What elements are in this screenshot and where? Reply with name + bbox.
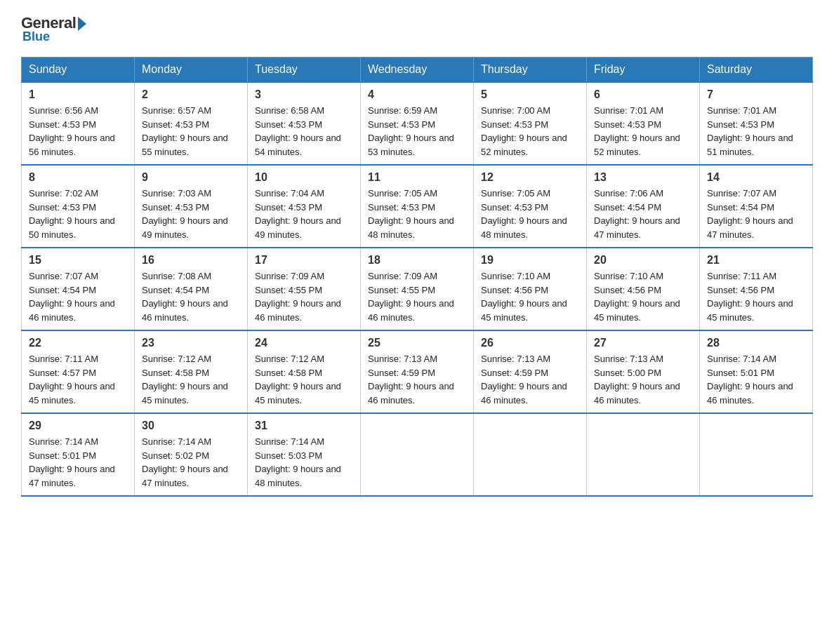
calendar-cell: 11 Sunrise: 7:05 AMSunset: 4:53 PMDaylig… [361,165,474,248]
day-info: Sunrise: 7:02 AMSunset: 4:53 PMDaylight:… [29,187,127,241]
day-info: Sunrise: 6:56 AMSunset: 4:53 PMDaylight:… [29,104,127,159]
day-number: 9 [142,171,240,184]
day-info: Sunrise: 7:14 AMSunset: 5:01 PMDaylight:… [29,435,127,490]
calendar-table: SundayMondayTuesdayWednesdayThursdayFrid… [21,57,813,497]
calendar-cell: 7 Sunrise: 7:01 AMSunset: 4:53 PMDayligh… [700,82,813,165]
day-info: Sunrise: 7:11 AMSunset: 4:56 PMDaylight:… [707,269,805,324]
day-info: Sunrise: 7:10 AMSunset: 4:56 PMDaylight:… [481,269,579,324]
calendar-week-row: 15 Sunrise: 7:07 AMSunset: 4:54 PMDaylig… [22,248,813,330]
day-info: Sunrise: 7:08 AMSunset: 4:54 PMDaylight:… [142,269,240,324]
calendar-cell: 2 Sunrise: 6:57 AMSunset: 4:53 PMDayligh… [135,82,248,165]
day-info: Sunrise: 7:06 AMSunset: 4:54 PMDaylight:… [594,187,692,241]
day-info: Sunrise: 7:00 AMSunset: 4:53 PMDaylight:… [481,104,579,159]
calendar-week-row: 22 Sunrise: 7:11 AMSunset: 4:57 PMDaylig… [22,330,813,413]
day-number: 30 [142,420,240,432]
day-number: 13 [594,171,692,184]
calendar-cell [587,413,700,496]
day-info: Sunrise: 6:57 AMSunset: 4:53 PMDaylight:… [142,104,240,159]
day-info: Sunrise: 7:14 AMSunset: 5:03 PMDaylight:… [255,435,353,490]
day-number: 29 [29,420,127,432]
day-number: 28 [707,337,805,349]
logo-arrow-icon [78,17,86,31]
calendar-cell: 28 Sunrise: 7:14 AMSunset: 5:01 PMDaylig… [700,330,813,413]
day-info: Sunrise: 7:13 AMSunset: 4:59 PMDaylight:… [481,352,579,407]
day-info: Sunrise: 7:07 AMSunset: 4:54 PMDaylight:… [707,187,805,241]
weekday-header-thursday: Thursday [474,58,587,83]
calendar-cell: 29 Sunrise: 7:14 AMSunset: 5:01 PMDaylig… [22,413,135,496]
day-info: Sunrise: 7:10 AMSunset: 4:56 PMDaylight:… [594,269,692,324]
calendar-week-row: 29 Sunrise: 7:14 AMSunset: 5:01 PMDaylig… [22,413,813,496]
calendar-cell: 5 Sunrise: 7:00 AMSunset: 4:53 PMDayligh… [474,82,587,165]
day-number: 31 [255,420,353,432]
day-number: 19 [481,254,579,267]
day-number: 6 [594,88,692,101]
calendar-cell: 17 Sunrise: 7:09 AMSunset: 4:55 PMDaylig… [248,248,361,330]
weekday-header-row: SundayMondayTuesdayWednesdayThursdayFrid… [22,58,813,83]
calendar-cell: 23 Sunrise: 7:12 AMSunset: 4:58 PMDaylig… [135,330,248,413]
calendar-cell: 24 Sunrise: 7:12 AMSunset: 4:58 PMDaylig… [248,330,361,413]
day-info: Sunrise: 7:09 AMSunset: 4:55 PMDaylight:… [255,269,353,324]
calendar-cell [361,413,474,496]
day-number: 10 [255,171,353,184]
weekday-header-wednesday: Wednesday [361,58,474,83]
weekday-header-tuesday: Tuesday [248,58,361,83]
calendar-cell: 4 Sunrise: 6:59 AMSunset: 4:53 PMDayligh… [361,82,474,165]
calendar-cell [700,413,813,496]
day-number: 27 [594,337,692,349]
calendar-cell: 13 Sunrise: 7:06 AMSunset: 4:54 PMDaylig… [587,165,700,248]
day-info: Sunrise: 6:58 AMSunset: 4:53 PMDaylight:… [255,104,353,159]
day-number: 22 [29,337,127,349]
day-info: Sunrise: 7:05 AMSunset: 4:53 PMDaylight:… [368,187,466,241]
calendar-cell: 15 Sunrise: 7:07 AMSunset: 4:54 PMDaylig… [22,248,135,330]
day-number: 4 [368,88,466,101]
day-info: Sunrise: 7:13 AMSunset: 5:00 PMDaylight:… [594,352,692,407]
page-header: General Blue [21,14,813,44]
calendar-cell: 31 Sunrise: 7:14 AMSunset: 5:03 PMDaylig… [248,413,361,496]
day-info: Sunrise: 6:59 AMSunset: 4:53 PMDaylight:… [368,104,466,159]
day-number: 20 [594,254,692,267]
day-number: 14 [707,171,805,184]
day-info: Sunrise: 7:13 AMSunset: 4:59 PMDaylight:… [368,352,466,407]
calendar-cell: 3 Sunrise: 6:58 AMSunset: 4:53 PMDayligh… [248,82,361,165]
calendar-cell: 26 Sunrise: 7:13 AMSunset: 4:59 PMDaylig… [474,330,587,413]
day-info: Sunrise: 7:03 AMSunset: 4:53 PMDaylight:… [142,187,240,241]
calendar-cell: 6 Sunrise: 7:01 AMSunset: 4:53 PMDayligh… [587,82,700,165]
calendar-cell: 1 Sunrise: 6:56 AMSunset: 4:53 PMDayligh… [22,82,135,165]
calendar-cell: 8 Sunrise: 7:02 AMSunset: 4:53 PMDayligh… [22,165,135,248]
calendar-cell: 12 Sunrise: 7:05 AMSunset: 4:53 PMDaylig… [474,165,587,248]
day-number: 26 [481,337,579,349]
calendar-cell: 20 Sunrise: 7:10 AMSunset: 4:56 PMDaylig… [587,248,700,330]
calendar-cell: 14 Sunrise: 7:07 AMSunset: 4:54 PMDaylig… [700,165,813,248]
calendar-cell: 19 Sunrise: 7:10 AMSunset: 4:56 PMDaylig… [474,248,587,330]
calendar-cell: 21 Sunrise: 7:11 AMSunset: 4:56 PMDaylig… [700,248,813,330]
day-info: Sunrise: 7:14 AMSunset: 5:02 PMDaylight:… [142,435,240,490]
day-info: Sunrise: 7:12 AMSunset: 4:58 PMDaylight:… [142,352,240,407]
day-info: Sunrise: 7:11 AMSunset: 4:57 PMDaylight:… [29,352,127,407]
calendar-cell: 22 Sunrise: 7:11 AMSunset: 4:57 PMDaylig… [22,330,135,413]
day-number: 21 [707,254,805,267]
calendar-cell: 27 Sunrise: 7:13 AMSunset: 5:00 PMDaylig… [587,330,700,413]
day-info: Sunrise: 7:05 AMSunset: 4:53 PMDaylight:… [481,187,579,241]
logo: General Blue [21,14,86,44]
calendar-cell: 10 Sunrise: 7:04 AMSunset: 4:53 PMDaylig… [248,165,361,248]
day-number: 18 [368,254,466,267]
weekday-header-friday: Friday [587,58,700,83]
weekday-header-sunday: Sunday [22,58,135,83]
day-number: 17 [255,254,353,267]
day-number: 2 [142,88,240,101]
calendar-cell [474,413,587,496]
day-number: 7 [707,88,805,101]
day-info: Sunrise: 7:14 AMSunset: 5:01 PMDaylight:… [707,352,805,407]
day-number: 8 [29,171,127,184]
day-info: Sunrise: 7:12 AMSunset: 4:58 PMDaylight:… [255,352,353,407]
day-number: 24 [255,337,353,349]
day-number: 23 [142,337,240,349]
calendar-week-row: 8 Sunrise: 7:02 AMSunset: 4:53 PMDayligh… [22,165,813,248]
weekday-header-saturday: Saturday [700,58,813,83]
day-info: Sunrise: 7:01 AMSunset: 4:53 PMDaylight:… [594,104,692,159]
day-number: 15 [29,254,127,267]
day-info: Sunrise: 7:01 AMSunset: 4:53 PMDaylight:… [707,104,805,159]
calendar-cell: 16 Sunrise: 7:08 AMSunset: 4:54 PMDaylig… [135,248,248,330]
day-info: Sunrise: 7:07 AMSunset: 4:54 PMDaylight:… [29,269,127,324]
calendar-cell: 30 Sunrise: 7:14 AMSunset: 5:02 PMDaylig… [135,413,248,496]
